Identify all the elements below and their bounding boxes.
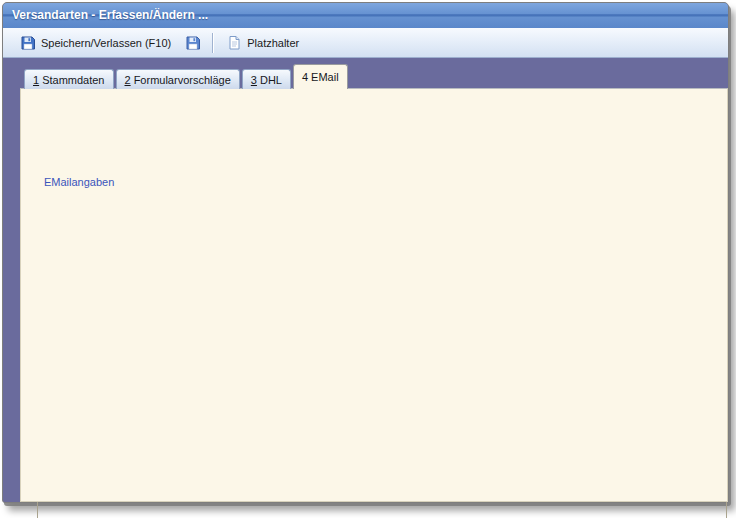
tab-label: Formularvorschläge: [134, 74, 231, 86]
save-button[interactable]: [178, 31, 208, 55]
floppy-icon: [185, 35, 201, 51]
page-copy-icon: [226, 35, 242, 51]
window-title: Versandarten - Erfassen/Ändern ...: [3, 3, 728, 22]
tab-accel: 1: [33, 74, 39, 86]
tab-label: Stammdaten: [42, 74, 104, 86]
tab-email[interactable]: 4 EMail: [293, 64, 348, 89]
tab-label: DHL: [260, 74, 282, 86]
tab-accel: 3: [251, 74, 257, 86]
placeholder-label: Platzhalter: [247, 37, 299, 49]
toolbar: Speichern/Verlassen (F10) Platzhalter: [3, 28, 728, 58]
tab-strip: 1 Stammdaten 2 Formularvorschläge 3 DHL …: [24, 64, 348, 89]
tab-label: EMail: [311, 71, 339, 83]
email-tab-page: [20, 88, 728, 502]
toolbar-separator: [212, 33, 213, 53]
tab-stammdaten[interactable]: 1 Stammdaten: [24, 69, 114, 89]
floppy-save-icon: [20, 35, 36, 51]
tab-accel: 4: [302, 71, 308, 83]
tab-accel: 2: [125, 74, 131, 86]
save-exit-label: Speichern/Verlassen (F10): [41, 37, 171, 49]
tab-formularvorschlaege[interactable]: 2 Formularvorschläge: [116, 69, 240, 89]
save-exit-button[interactable]: Speichern/Verlassen (F10): [13, 31, 178, 55]
emailangaben-group-title: EMailangaben: [41, 176, 117, 188]
placeholder-button[interactable]: Platzhalter: [219, 31, 306, 55]
title-bar[interactable]: Versandarten - Erfassen/Ändern ...: [3, 3, 728, 28]
tab-dhl[interactable]: 3 DHL: [242, 69, 291, 89]
